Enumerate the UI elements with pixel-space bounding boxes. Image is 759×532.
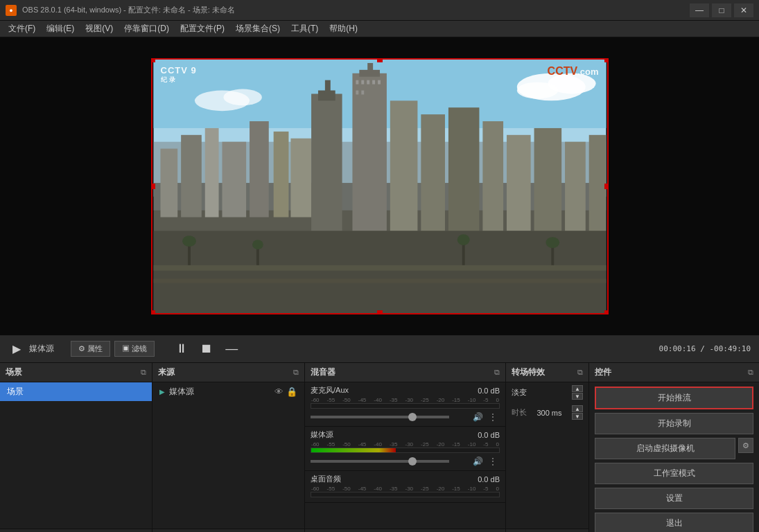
svg-rect-42 xyxy=(256,248,259,265)
svg-point-6 xyxy=(223,89,261,106)
mixer-controls-mic: 🔊 ⋮ xyxy=(311,411,500,423)
mixer-level-media xyxy=(311,447,500,453)
handle-top-right xyxy=(604,58,609,62)
svg-rect-11 xyxy=(204,128,218,218)
maximize-button[interactable]: □ xyxy=(712,3,731,17)
settings-button[interactable]: 设置 xyxy=(595,488,753,509)
menu-file[interactable]: 文件(F) xyxy=(3,21,41,36)
handle-top-left xyxy=(151,58,155,62)
transition-panel-header: 转场特效 ⧉ xyxy=(506,363,588,382)
scenes-panel: 场景 ⧉ 场景 + 🗑 ∧ ∨ xyxy=(0,363,152,532)
svg-rect-38 xyxy=(153,265,606,271)
mixer-level-mic xyxy=(311,403,500,409)
scenes-panel-icon[interactable]: ⧉ xyxy=(141,368,146,377)
svg-rect-29 xyxy=(588,135,606,231)
menu-tools[interactable]: 工具(T) xyxy=(286,21,324,36)
sources-panel-icon[interactable]: ⧉ xyxy=(293,368,299,377)
transition-duration-arrows: ▲ ▼ xyxy=(572,405,583,420)
svg-rect-30 xyxy=(356,80,358,85)
controls-panel: 控件 ⧉ 开始推流 开始录制 启动虚拟摄像机 ⚙ 工作室模式 设置 退出 xyxy=(589,363,759,532)
scene-item[interactable]: 场景 xyxy=(0,382,152,401)
svg-rect-37 xyxy=(153,231,606,313)
svg-rect-9 xyxy=(160,149,177,218)
virtual-cam-button[interactable]: 启动虚拟摄像机 xyxy=(595,438,735,459)
svg-rect-33 xyxy=(372,80,375,85)
svg-rect-18 xyxy=(324,80,330,94)
start-record-button[interactable]: 开始录制 xyxy=(595,413,753,434)
transition-dur-down[interactable]: ▼ xyxy=(572,413,583,420)
mixer-track-media-db: 0.0 dB xyxy=(478,431,500,439)
transition-panel-icon[interactable]: ⧉ xyxy=(577,368,583,377)
lock-icon[interactable]: 🔒 xyxy=(286,387,297,397)
scenes-panel-header: 场景 ⧉ xyxy=(0,363,152,382)
play-button[interactable]: ▶ xyxy=(8,340,25,357)
properties-button[interactable]: ⚙ 属性 xyxy=(71,341,110,357)
mixer-dots-media[interactable]: ⋮ xyxy=(486,455,500,468)
svg-rect-21 xyxy=(367,63,373,71)
minus-button[interactable]: — xyxy=(221,339,242,358)
obs-icon: ● xyxy=(6,5,17,16)
stop-button[interactable]: ⏹ xyxy=(196,339,217,358)
filters-button[interactable]: ▣ 滤镜 xyxy=(114,341,155,357)
menu-profile[interactable]: 配置文件(P) xyxy=(175,21,230,36)
svg-point-45 xyxy=(457,234,469,245)
mixer-track-media: 媒体源 0.0 dB -60-55-50-45-40-35-30-25-20-1… xyxy=(305,427,505,471)
mixer-track-desktop-name: 桌面音频 xyxy=(311,474,341,484)
svg-rect-36 xyxy=(361,91,364,95)
mixer-track-mic: 麦克风/Aux 0.0 dB -60-55-50-45-40-35-30-25-… xyxy=(305,382,505,427)
sources-panel-content: ▶ 媒体源 👁 🔒 xyxy=(152,382,304,529)
minimize-button[interactable]: — xyxy=(690,3,709,17)
menu-docks[interactable]: 停靠窗口(D) xyxy=(119,21,175,36)
toolbar: ▶ 媒体源 ⚙ 属性 ▣ 滤镜 ⏸ ⏹ — 00:00:16 / -00:49:… xyxy=(0,335,759,363)
svg-rect-22 xyxy=(390,100,417,231)
eye-icon[interactable]: 👁 xyxy=(274,387,283,397)
preview-video: CCTV 9 纪录 CCTV.com xyxy=(151,58,609,314)
transition-duration: 时长 300 ms ▲ ▼ xyxy=(506,402,588,423)
time-display: 00:00:16 / -00:49:10 xyxy=(659,344,751,353)
mixer-scale-desktop: -60-55-50-45-40-35-30-25-20-15-10-50 xyxy=(311,486,500,492)
sources-panel-title: 来源 xyxy=(158,366,175,378)
bottom-panels: 场景 ⧉ 场景 + 🗑 ∧ ∨ 来源 ⧉ ▶ 媒体源 👁 🔒 xyxy=(0,363,759,532)
svg-rect-26 xyxy=(507,135,531,231)
studio-mode-button[interactable]: 工作室模式 xyxy=(595,463,753,484)
close-button[interactable]: ✕ xyxy=(734,3,753,17)
handle-top-mid xyxy=(377,58,383,62)
transition-down-arrow[interactable]: ▼ xyxy=(572,393,583,400)
svg-rect-14 xyxy=(273,132,288,218)
transition-duration-value: 300 ms xyxy=(536,409,561,417)
svg-rect-16 xyxy=(311,94,342,231)
menu-edit[interactable]: 编辑(E) xyxy=(41,21,80,36)
media-source-label: 媒体源 xyxy=(29,343,54,355)
mixer-dots-mic[interactable]: ⋮ xyxy=(486,411,500,423)
svg-rect-23 xyxy=(421,114,445,231)
svg-point-41 xyxy=(182,236,196,247)
mixer-panel-icon[interactable]: ⧉ xyxy=(494,368,500,377)
menu-scene-collection[interactable]: 场景集合(S) xyxy=(230,21,286,36)
mixer-track-desktop-db: 0.0 dB xyxy=(478,475,500,484)
mixer-track-mic-name: 麦克风/Aux xyxy=(311,385,349,396)
transition-panel-title: 转场特效 xyxy=(512,366,545,378)
virtual-cam-gear[interactable]: ⚙ xyxy=(738,438,753,453)
svg-rect-27 xyxy=(534,128,561,231)
source-item[interactable]: ▶ 媒体源 👁 🔒 xyxy=(152,382,304,401)
svg-rect-46 xyxy=(551,246,554,265)
menu-view[interactable]: 视图(V) xyxy=(80,21,119,36)
mixer-controls-media: 🔊 ⋮ xyxy=(311,455,500,468)
sources-panel: 来源 ⧉ ▶ 媒体源 👁 🔒 + 🗑 ⚙ ∧ ∨ xyxy=(152,363,305,532)
mixer-panel-header: 混音器 ⧉ xyxy=(305,363,505,382)
start-stream-button[interactable]: 开始推流 xyxy=(595,387,753,409)
pause-button[interactable]: ⏸ xyxy=(171,339,192,358)
mixer-slider-media[interactable] xyxy=(311,460,449,463)
transition-up-arrow[interactable]: ▲ xyxy=(572,385,583,392)
mixer-track-desktop-header: 桌面音频 0.0 dB xyxy=(311,474,500,484)
mixer-slider-mic[interactable] xyxy=(311,416,449,418)
mixer-scale-mic: -60-55-50-45-40-35-30-25-20-15-10-50 xyxy=(311,397,500,403)
menu-help[interactable]: 帮助(H) xyxy=(324,21,363,36)
controls-panel-icon[interactable]: ⧉ xyxy=(748,368,753,377)
exit-button[interactable]: 退出 xyxy=(595,513,753,532)
preview-area: CCTV 9 纪录 CCTV.com xyxy=(0,37,759,335)
titlebar-controls: — □ ✕ xyxy=(690,3,753,17)
mixer-level-desktop xyxy=(311,492,500,497)
transition-dur-up[interactable]: ▲ xyxy=(572,405,583,412)
cctv-logo-left: CCTV 9 纪录 xyxy=(161,65,197,85)
